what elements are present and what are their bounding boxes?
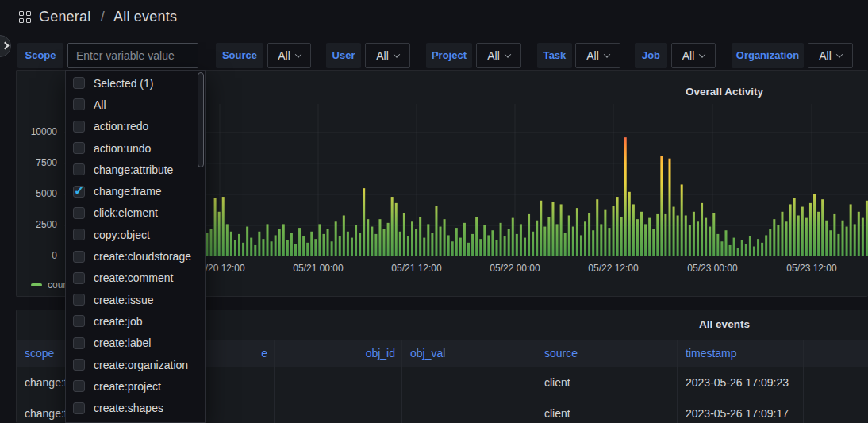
checkbox-unchecked[interactable] [73, 359, 85, 371]
filter-value-project: All [487, 44, 500, 67]
filter-label-user: User [326, 43, 361, 68]
filter-value-organization: All [819, 44, 832, 67]
dropdown-option[interactable]: action:undo [66, 137, 205, 159]
dropdown-option[interactable]: change:attribute [66, 159, 205, 180]
breadcrumb-separator: / [101, 9, 105, 25]
dropdown-option[interactable]: All [66, 94, 205, 115]
dropdown-option[interactable]: action:redo [66, 116, 205, 137]
filter-select-user[interactable]: All [365, 43, 410, 68]
checkbox-unchecked[interactable] [73, 163, 85, 175]
table-cell [402, 398, 536, 423]
dropdown-option-label: change:frame [94, 185, 162, 198]
column-header[interactable]: obj_val [402, 340, 536, 367]
chevron-down-icon [699, 51, 705, 57]
column-header[interactable]: e [203, 340, 275, 367]
scope-variable-input[interactable] [67, 43, 198, 68]
checkbox-unchecked[interactable] [73, 142, 85, 154]
dropdown-option[interactable]: create:issue [66, 289, 205, 310]
table-cell: 2023-05-26 17:09:17 [678, 398, 804, 423]
dropdown-option[interactable]: Selected (1) [66, 72, 205, 94]
checkbox-unchecked[interactable] [73, 294, 85, 306]
checkbox-unchecked[interactable] [73, 337, 85, 349]
filter-value-task: All [586, 44, 599, 67]
dropdown-option-label: action:redo [94, 120, 148, 133]
column-header[interactable]: source [536, 340, 678, 367]
table-cell [203, 367, 275, 398]
checkbox-unchecked[interactable] [73, 77, 85, 89]
filter-label-scope: Scope [17, 43, 63, 68]
filter-label-organization: Organization [732, 43, 804, 68]
panel-title[interactable]: Overall Activity [686, 86, 763, 98]
filter-select-project[interactable]: All [476, 43, 521, 68]
breadcrumb-dashboard[interactable]: All events [113, 9, 177, 25]
filter-select-organization[interactable]: All [808, 43, 853, 68]
dropdown-option-label: Selected (1) [94, 77, 153, 90]
y-tick-label: 2500 [16, 219, 57, 230]
chevron-down-icon [604, 51, 610, 57]
checkbox-checked[interactable]: ✓ [73, 186, 85, 198]
table-cell: client [536, 398, 678, 423]
apps-grid-icon[interactable] [19, 11, 31, 23]
variables-bar: Scope Source All User All Project All Ta… [0, 43, 868, 68]
checkbox-unchecked[interactable] [73, 380, 85, 392]
dropdown-option[interactable]: create:comment [66, 267, 205, 289]
y-tick-label: 0 [16, 250, 57, 261]
dropdown-option-label: create:comment [94, 271, 173, 284]
dropdown-option-label: change:attribute [94, 163, 173, 176]
check-icon: ✓ [74, 183, 84, 198]
x-tick-label: 05/23 00:00 [677, 263, 748, 274]
filter-select-job[interactable]: All [671, 43, 716, 68]
checkbox-unchecked[interactable] [73, 98, 85, 110]
dropdown-option[interactable]: copy:object [66, 224, 205, 245]
dropdown-option-label: create:shapes [94, 402, 163, 414]
dropdown-option-label: copy:object [94, 229, 150, 241]
filter-label-task: Task [537, 43, 572, 68]
dropdown-option[interactable]: create:project [66, 375, 205, 397]
dropdown-option[interactable]: create:shapes [66, 397, 205, 418]
checkbox-unchecked[interactable] [73, 121, 85, 133]
chevron-down-icon [836, 51, 843, 57]
dropdown-option-label: create:cloudstorage [94, 250, 191, 263]
dropdown-option[interactable]: create:organization [66, 354, 205, 375]
filter-label-source: Source [216, 43, 263, 68]
dropdown-option-label: click:element [94, 206, 158, 219]
table-cell [275, 367, 402, 398]
table-cell [275, 398, 402, 423]
dropdown-option[interactable]: create:job [66, 310, 205, 332]
chevron-right-icon [2, 42, 10, 50]
chevron-down-icon [505, 51, 511, 57]
x-tick-label: 05/22 00:00 [479, 263, 551, 274]
table-cell [804, 367, 868, 398]
x-tick-label: 05/22 12:00 [578, 263, 649, 274]
checkbox-unchecked[interactable] [73, 207, 85, 219]
column-header[interactable]: timestamp [678, 340, 804, 367]
filter-select-task[interactable]: All [575, 43, 620, 68]
legend-swatch [31, 283, 42, 286]
x-tick-label: 05/21 00:00 [282, 263, 354, 274]
breadcrumb-folder[interactable]: General [39, 9, 90, 25]
dropdown-option-label: create:job [94, 315, 142, 328]
column-header[interactable]: obj_id [275, 340, 402, 367]
checkbox-unchecked[interactable] [73, 229, 85, 240]
dropdown-option[interactable]: create:label [66, 333, 205, 354]
filter-value-job: All [682, 44, 695, 67]
checkbox-unchecked[interactable] [73, 402, 85, 414]
filter-select-source[interactable]: All [267, 43, 311, 68]
dropdown-option-label: All [94, 98, 106, 111]
dropdown-scrollbar-thumb[interactable] [198, 72, 204, 167]
checkbox-unchecked[interactable] [73, 272, 85, 284]
table-cell: client [536, 367, 678, 398]
dropdown-option-label: action:undo [94, 142, 151, 155]
x-tick-label: 05/23 12:00 [776, 263, 847, 274]
filter-value-source: All [278, 44, 290, 67]
dropdown-option[interactable]: ✓change:frame [66, 180, 205, 202]
breadcrumb: General / All events [39, 9, 177, 25]
checkbox-unchecked[interactable] [73, 315, 85, 327]
dropdown-option[interactable]: create:cloudstorage [66, 245, 205, 267]
column-header[interactable] [804, 340, 868, 367]
panel-title[interactable]: All events [699, 318, 750, 330]
checkbox-unchecked[interactable] [73, 251, 85, 263]
dropdown-option[interactable]: click:element [66, 202, 205, 224]
y-tick-label: 10000 [16, 126, 57, 137]
dropdown-option-label: create:organization [94, 359, 188, 371]
